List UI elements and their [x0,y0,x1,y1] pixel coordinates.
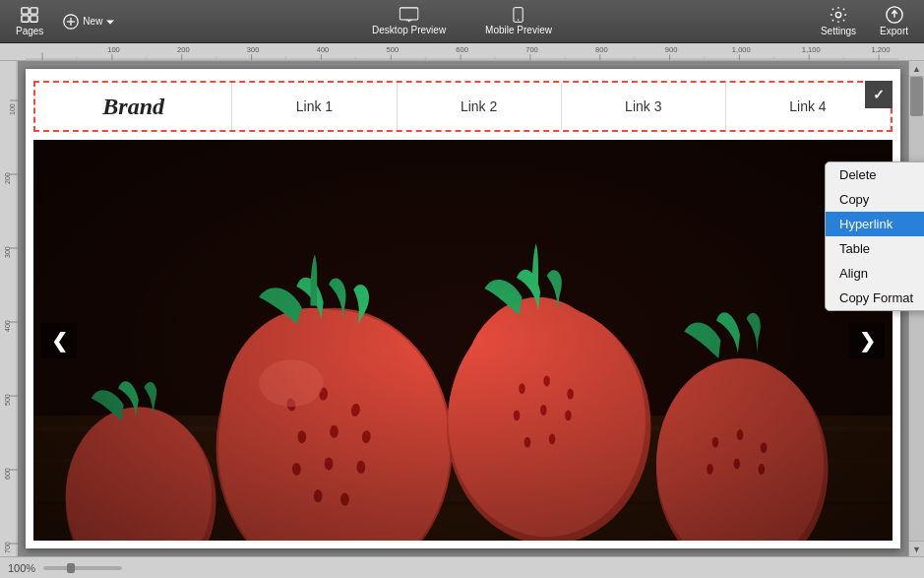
context-hyperlink[interactable]: Hyperlink [826,212,924,236]
svg-rect-2 [22,16,29,22]
new-button[interactable]: New [55,12,122,32]
context-hyperlink-label: Hyperlink [839,217,893,231]
scroll-thumb[interactable] [910,77,923,116]
canvas-area: Brand Link 1 Link 2 Link 3 Link 4 ✓ [18,61,924,556]
scroll-up-button[interactable]: ▲ [909,61,925,77]
svg-text:1,100: 1,100 [802,45,821,54]
nav-bar: Brand Link 1 Link 2 Link 3 Link 4 ✓ [33,81,893,132]
zoom-slider[interactable] [43,566,122,570]
settings-button[interactable]: Settings [813,4,864,38]
context-table-label: Table [839,241,870,256]
context-copy[interactable]: Copy [826,187,924,212]
svg-point-12 [518,19,519,20]
mobile-preview-label: Mobile Preview [485,25,552,35]
desktop-preview-button[interactable]: Desktop Preview [360,5,458,37]
svg-text:200: 200 [4,172,11,184]
carousel-right-button[interactable]: ❯ [849,323,885,358]
svg-text:300: 300 [247,45,260,54]
page: Brand Link 1 Link 2 Link 3 Link 4 ✓ [26,69,900,548]
export-button[interactable]: Export [872,4,916,38]
top-ruler: 100 200 300 400 500 600 700 800 900 1,00… [0,43,924,61]
right-arrow-icon: ❯ [859,329,876,353]
context-delete[interactable]: Delete [826,162,924,187]
nav-checkmark[interactable]: ✓ [865,81,893,108]
toolbar-left: Pages New [8,4,122,38]
left-arrow-icon: ❮ [51,329,68,353]
nav-link-2[interactable]: Link 2 [398,83,562,130]
svg-text:400: 400 [4,320,11,332]
svg-rect-8 [400,8,418,20]
context-copy-label: Copy [839,192,869,207]
svg-rect-3 [31,16,37,22]
context-table[interactable]: Table ▶ [826,236,924,261]
mobile-preview-button[interactable]: Mobile Preview [473,5,564,37]
main-area: 100 200 300 400 500 600 700 Brand [0,61,924,556]
scroll-down-button[interactable]: ▼ [909,541,925,556]
svg-text:100: 100 [9,103,16,115]
svg-rect-1 [31,8,37,14]
toolbar: Pages New Desktop Preview [0,0,924,43]
desktop-preview-label: Desktop Preview [372,25,446,35]
svg-text:200: 200 [177,45,190,54]
svg-rect-111 [33,140,893,541]
link2-text: Link 2 [461,98,497,114]
zoom-control[interactable]: 100% [8,562,35,574]
context-menu: Delete Copy Hyperlink Table ▶ Align ▶ Co… [825,161,924,311]
svg-text:600: 600 [456,45,468,54]
pages-label: Pages [16,26,43,36]
link4-text: Link 4 [789,98,826,114]
svg-text:900: 900 [665,45,678,54]
context-align[interactable]: Align ▶ [826,261,924,286]
toolbar-right: Settings Export [813,4,916,38]
toolbar-center: Desktop Preview Mobile Preview [360,5,564,37]
svg-marker-7 [106,20,114,24]
carousel-left-button[interactable]: ❮ [41,323,77,358]
context-align-label: Align [839,266,868,281]
nav-link-1[interactable]: Link 1 [232,83,397,130]
new-label: New [83,16,102,27]
settings-label: Settings [821,26,856,36]
svg-rect-0 [22,8,29,14]
export-label: Export [880,26,908,36]
context-copy-format-label: Copy Format [839,290,913,305]
left-ruler: 100 200 300 400 500 600 700 [0,61,18,556]
svg-text:500: 500 [4,394,11,406]
zoom-value: 100% [8,562,35,574]
context-copy-format[interactable]: Copy Format [826,286,924,310]
svg-text:700: 700 [525,45,538,54]
svg-rect-54 [0,61,18,556]
hero-image: ❮ ❯ [33,140,893,541]
svg-text:100: 100 [107,45,120,54]
svg-text:1,000: 1,000 [732,45,751,54]
bottom-bar: 100% [0,556,924,578]
svg-text:300: 300 [4,246,11,258]
svg-text:600: 600 [4,468,11,480]
link3-text: Link 3 [625,98,661,114]
svg-text:800: 800 [595,45,608,54]
svg-text:400: 400 [317,45,330,54]
svg-point-13 [835,12,840,17]
svg-text:700: 700 [4,542,11,553]
nav-brand[interactable]: Brand [35,83,232,130]
link1-text: Link 1 [296,98,333,114]
svg-text:1,200: 1,200 [872,45,891,54]
brand-text: Brand [102,94,164,120]
pages-button[interactable]: Pages [8,4,51,38]
context-delete-label: Delete [839,167,877,182]
svg-text:500: 500 [387,45,400,54]
nav-link-3[interactable]: Link 3 [562,83,726,130]
